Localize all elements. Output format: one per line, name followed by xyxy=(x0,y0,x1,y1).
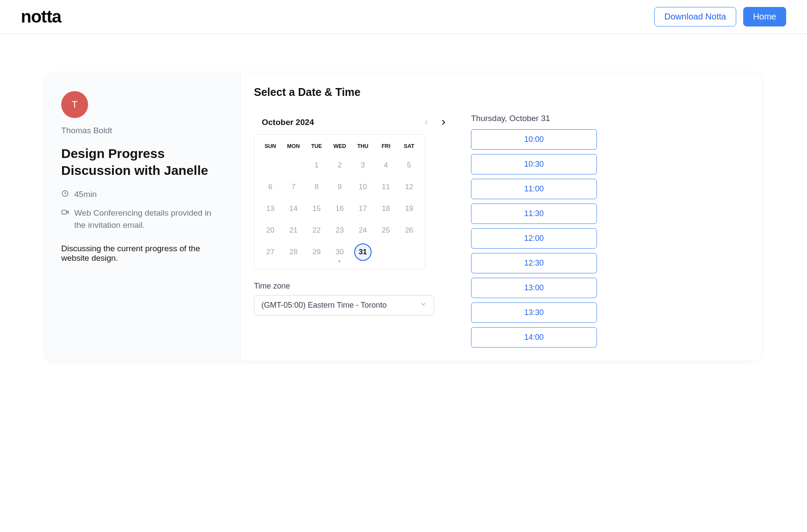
calendar-dow: SUN xyxy=(259,139,282,154)
calendar-day[interactable]: 24 xyxy=(351,220,374,241)
calendar-day-dot xyxy=(339,260,340,262)
calendar-day[interactable]: 31 xyxy=(351,241,374,263)
calendar-dow: THU xyxy=(351,139,374,154)
main-panel: Select a Date & Time October 2024 xyxy=(241,73,761,361)
clock-icon xyxy=(61,190,69,197)
calendar-day[interactable]: 16 xyxy=(328,198,351,220)
calendar-day[interactable]: 4 xyxy=(374,154,397,176)
calendar-day[interactable]: 8 xyxy=(305,176,328,198)
calendar-day[interactable]: 6 xyxy=(259,176,282,198)
calendar-day[interactable]: 30 xyxy=(328,241,351,263)
calendar-grid: SUNMONTUEWEDTHUFRISAT 123456789101112131… xyxy=(254,134,425,269)
side-panel: T Thomas Boldt Design Progress Discussio… xyxy=(46,73,241,361)
calendar-dow: FRI xyxy=(374,139,397,154)
slots-column: Thursday, October 31 10:0010:3011:0011:3… xyxy=(471,86,597,348)
topbar-actions: Download Notta Home xyxy=(654,7,786,26)
calendar-day[interactable]: 25 xyxy=(374,220,397,241)
home-button[interactable]: Home xyxy=(743,7,786,26)
logo: notta xyxy=(21,7,61,26)
calendar-day[interactable]: 12 xyxy=(398,176,421,198)
topbar: notta Download Notta Home xyxy=(0,0,807,34)
meeting-title: Design Progress Discussion with Janelle xyxy=(61,145,225,179)
booking-card: T Thomas Boldt Design Progress Discussio… xyxy=(46,73,761,361)
calendar-day[interactable]: 17 xyxy=(351,198,374,220)
calendar-day[interactable]: 5 xyxy=(398,154,421,176)
time-slot[interactable]: 12:30 xyxy=(471,253,597,273)
calendar-day[interactable]: 1 xyxy=(305,154,328,176)
calendar-dow: MON xyxy=(282,139,305,154)
calendar-day-empty xyxy=(374,241,397,263)
meeting-description: Discussing the current progress of the w… xyxy=(61,244,225,263)
avatar-initial: T xyxy=(72,99,77,110)
calendar-day[interactable]: 2 xyxy=(328,154,351,176)
calendar-day[interactable]: 19 xyxy=(398,198,421,220)
calendar-dow: TUE xyxy=(305,139,328,154)
duration-label: 45min xyxy=(74,188,225,201)
calendar-day[interactable]: 20 xyxy=(259,220,282,241)
duration-row: 45min xyxy=(61,188,225,201)
avatar: T xyxy=(61,91,88,118)
calendar-day-empty xyxy=(259,154,282,176)
calendar-day[interactable]: 26 xyxy=(398,220,421,241)
timezone-select[interactable]: (GMT-05:00) Eastern Time - Toronto xyxy=(254,295,434,315)
slot-list: 10:0010:3011:0011:3012:0012:3013:0013:30… xyxy=(471,129,597,348)
time-slot[interactable]: 13:30 xyxy=(471,302,597,323)
time-slot[interactable]: 13:00 xyxy=(471,278,597,298)
slots-date-label: Thursday, October 31 xyxy=(471,114,597,123)
time-slot[interactable]: 14:00 xyxy=(471,327,597,348)
calendar-day[interactable]: 11 xyxy=(374,176,397,198)
chevron-left-icon xyxy=(422,118,430,126)
prev-month-button[interactable] xyxy=(420,116,433,129)
calendar-header: October 2024 xyxy=(254,116,454,129)
calendar-day[interactable]: 7 xyxy=(282,176,305,198)
calendar-day[interactable]: 23 xyxy=(328,220,351,241)
location-row: Web Conferencing details provided in the… xyxy=(61,207,225,232)
time-slot[interactable]: 11:00 xyxy=(471,179,597,199)
calendar-day-empty xyxy=(398,241,421,263)
calendar-day[interactable]: 28 xyxy=(282,241,305,263)
calendar-dow: WED xyxy=(328,139,351,154)
timezone-value: (GMT-05:00) Eastern Time - Toronto xyxy=(261,301,387,310)
chevron-right-icon xyxy=(440,118,448,126)
next-month-button[interactable] xyxy=(437,116,450,129)
timezone-label: Time zone xyxy=(254,282,454,291)
calendar-day[interactable]: 10 xyxy=(351,176,374,198)
location-label: Web Conferencing details provided in the… xyxy=(74,207,225,232)
calendar-day[interactable]: 22 xyxy=(305,220,328,241)
calendar-day[interactable]: 15 xyxy=(305,198,328,220)
time-slot[interactable]: 10:30 xyxy=(471,154,597,174)
svg-rect-1 xyxy=(62,210,67,214)
calendar-dow: SAT xyxy=(398,139,421,154)
calendar-day[interactable]: 18 xyxy=(374,198,397,220)
calendar-day[interactable]: 3 xyxy=(351,154,374,176)
calendar-day[interactable]: 21 xyxy=(282,220,305,241)
calendar-day[interactable]: 9 xyxy=(328,176,351,198)
calendar-month-label: October 2024 xyxy=(262,118,314,127)
time-slot[interactable]: 10:00 xyxy=(471,129,597,150)
calendar-day[interactable]: 13 xyxy=(259,198,282,220)
calendar-day[interactable]: 14 xyxy=(282,198,305,220)
time-slot[interactable]: 12:00 xyxy=(471,228,597,249)
panel-title: Select a Date & Time xyxy=(254,86,454,99)
host-name: Thomas Boldt xyxy=(61,126,225,135)
video-icon xyxy=(61,208,69,216)
calendar-column: Select a Date & Time October 2024 xyxy=(254,86,454,348)
calendar-day-empty xyxy=(282,154,305,176)
download-notta-button[interactable]: Download Notta xyxy=(654,7,736,26)
calendar-day[interactable]: 27 xyxy=(259,241,282,263)
chevron-down-icon xyxy=(420,301,427,310)
calendar-day[interactable]: 29 xyxy=(305,241,328,263)
time-slot[interactable]: 11:30 xyxy=(471,204,597,224)
